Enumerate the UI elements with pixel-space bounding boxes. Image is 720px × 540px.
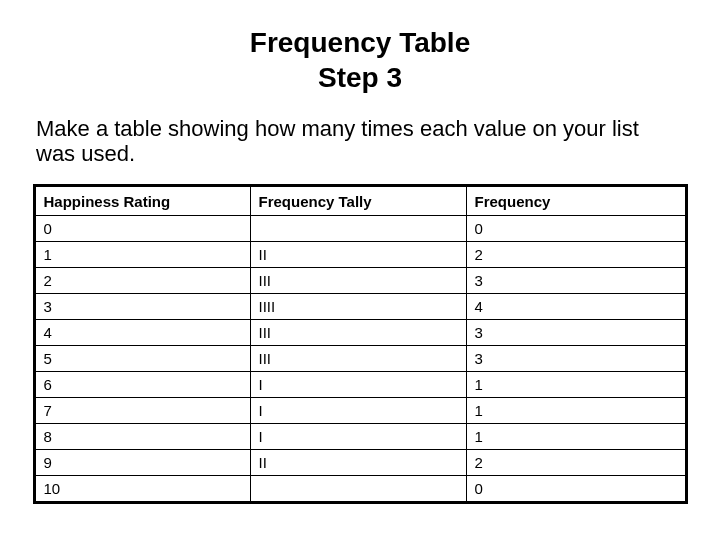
cell-freq: 1 — [466, 372, 686, 398]
cell-freq: 2 — [466, 450, 686, 476]
cell-rating: 10 — [34, 476, 250, 503]
slide: Frequency Table Step 3 Make a table show… — [0, 0, 720, 540]
cell-rating: 9 — [34, 450, 250, 476]
cell-tally: III — [250, 268, 466, 294]
cell-freq: 3 — [466, 346, 686, 372]
table-row: 9 II 2 — [34, 450, 686, 476]
cell-freq: 2 — [466, 242, 686, 268]
cell-rating: 3 — [34, 294, 250, 320]
cell-tally: I — [250, 398, 466, 424]
cell-rating: 2 — [34, 268, 250, 294]
table-row: 0 0 — [34, 216, 686, 242]
cell-rating: 0 — [34, 216, 250, 242]
table-header-row: Happiness Rating Frequency Tally Frequen… — [34, 186, 686, 216]
cell-freq: 0 — [466, 216, 686, 242]
page-title: Frequency Table — [32, 28, 688, 59]
table-row: 1 II 2 — [34, 242, 686, 268]
table-row: 2 III 3 — [34, 268, 686, 294]
cell-tally — [250, 216, 466, 242]
cell-rating: 1 — [34, 242, 250, 268]
cell-freq: 1 — [466, 398, 686, 424]
cell-freq: 1 — [466, 424, 686, 450]
cell-tally: I — [250, 424, 466, 450]
table-row: 7 I 1 — [34, 398, 686, 424]
cell-tally: III — [250, 346, 466, 372]
page-subtitle: Step 3 — [32, 63, 688, 94]
table-row: 4 III 3 — [34, 320, 686, 346]
table-row: 6 I 1 — [34, 372, 686, 398]
cell-tally: II — [250, 242, 466, 268]
col-header-tally: Frequency Tally — [250, 186, 466, 216]
cell-rating: 5 — [34, 346, 250, 372]
cell-rating: 8 — [34, 424, 250, 450]
cell-tally: I — [250, 372, 466, 398]
table-row: 8 I 1 — [34, 424, 686, 450]
frequency-table: Happiness Rating Frequency Tally Frequen… — [33, 184, 688, 504]
table-row: 10 0 — [34, 476, 686, 503]
col-header-rating: Happiness Rating — [34, 186, 250, 216]
cell-tally: III — [250, 320, 466, 346]
cell-freq: 0 — [466, 476, 686, 503]
cell-tally — [250, 476, 466, 503]
col-header-freq: Frequency — [466, 186, 686, 216]
table-row: 5 III 3 — [34, 346, 686, 372]
cell-rating: 4 — [34, 320, 250, 346]
cell-freq: 3 — [466, 320, 686, 346]
instruction-text: Make a table showing how many times each… — [36, 116, 684, 167]
cell-tally: IIII — [250, 294, 466, 320]
cell-freq: 3 — [466, 268, 686, 294]
cell-rating: 6 — [34, 372, 250, 398]
table-row: 3 IIII 4 — [34, 294, 686, 320]
cell-tally: II — [250, 450, 466, 476]
cell-freq: 4 — [466, 294, 686, 320]
cell-rating: 7 — [34, 398, 250, 424]
